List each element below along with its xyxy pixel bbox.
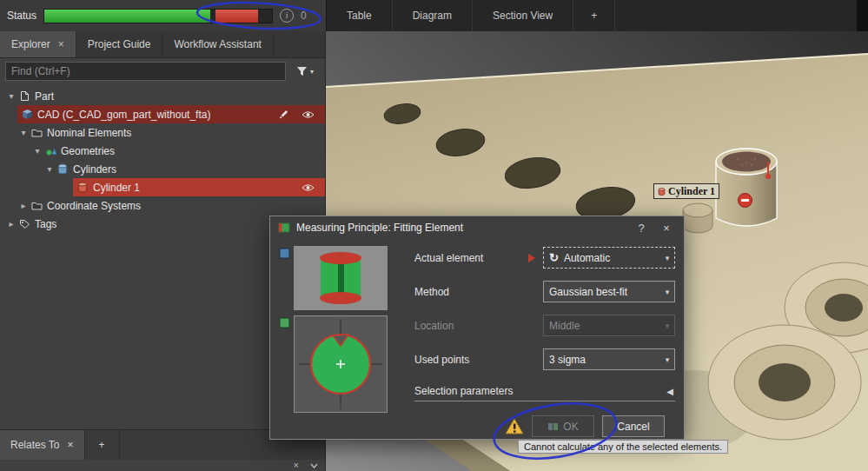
visibility-eye-icon[interactable]	[301, 110, 315, 119]
find-input[interactable]	[5, 62, 286, 81]
measuring-principle-dialog: Measuring Principle: Fitting Element ? ×	[269, 216, 685, 440]
status-progress-bar	[43, 9, 273, 23]
tree-item-label: Coordinate Systems	[47, 200, 141, 212]
tab-bar-endcap	[857, 0, 868, 31]
dialog-footer: OK Cancel	[414, 401, 675, 437]
chevron-down-icon: ▾	[660, 254, 674, 262]
collapse-chevron-icon[interactable]	[310, 463, 318, 468]
visibility-eye-icon[interactable]	[301, 183, 315, 192]
row-location: Location Middle ▾	[414, 314, 675, 337]
small-cylinder	[683, 203, 712, 233]
element-explorer-tree: ▾ Part CAD (C_CAD_gom_part_without_fta)	[0, 84, 325, 233]
expander-open-icon[interactable]: ▾	[5, 91, 17, 101]
geometries-icon	[43, 145, 57, 157]
row-actions	[301, 183, 325, 192]
chevron-down-icon: ▾	[660, 355, 674, 364]
tree-item-nominal-elements[interactable]: ▾ Nominal Elements	[0, 123, 325, 142]
tree-item-label: Cylinder 1	[93, 182, 140, 194]
used-points-dropdown[interactable]: 3 sigma ▾	[543, 348, 675, 370]
tree-item-label: Cylinders	[73, 163, 116, 176]
actual-element-icon	[279, 317, 290, 328]
tab-explorer[interactable]: Explorer ×	[0, 31, 76, 57]
tab-workflow-assistant[interactable]: Workflow Assistant	[162, 31, 273, 57]
circle-fit-preview	[294, 315, 388, 413]
red-arrow-icon	[528, 254, 535, 262]
status-area: Status i 0	[0, 0, 326, 31]
close-tab-icon[interactable]: ×	[58, 38, 64, 50]
nominal-element-icon	[279, 248, 290, 259]
tree-item-cylinder-1[interactable]: Cylinder 1	[0, 178, 325, 196]
expander-open-icon[interactable]: ▾	[17, 128, 30, 137]
tab-diagram[interactable]: Diagram	[393, 0, 473, 31]
expander-open-icon[interactable]: ▾	[43, 164, 56, 174]
tree-item-label: Geometries	[61, 145, 115, 157]
location-dropdown: Middle ▾	[543, 315, 675, 336]
folder-icon	[30, 200, 43, 212]
chevron-down-icon: ▾	[660, 322, 674, 330]
edit-pencil-icon[interactable]	[278, 109, 288, 120]
dialog-title: Measuring Principle: Fitting Element	[296, 222, 626, 234]
tag-icon	[17, 218, 31, 230]
deactivated-minus-icon[interactable]	[738, 193, 752, 208]
selection-highlight: CAD (C_CAD_gom_part_without_fta)	[17, 105, 325, 123]
row-actual-element: Actual element ↻ Automatic ▾	[414, 246, 675, 269]
close-button[interactable]: ×	[657, 222, 676, 235]
expander-closed-icon[interactable]: ▸	[5, 219, 17, 229]
tree-item-label: Part	[35, 90, 54, 103]
status-progress-red	[215, 10, 259, 23]
tree-item-geometries[interactable]: ▾ Geometries	[0, 142, 325, 160]
ok-button[interactable]: OK	[532, 415, 594, 437]
part-icon	[17, 90, 31, 103]
tree-item-cad[interactable]: CAD (C_CAD_gom_part_without_fta)	[0, 105, 325, 123]
dialog-form: Actual element ↻ Automatic ▾ Method Gaus…	[404, 246, 675, 437]
funnel-icon	[296, 66, 308, 76]
add-view-tab-button[interactable]: +	[573, 0, 615, 31]
chevron-down-icon: ▾	[310, 68, 314, 76]
cad-icon	[20, 109, 34, 121]
tab-table[interactable]: Table	[327, 0, 393, 31]
tab-relates-to[interactable]: Relates To ×	[0, 430, 85, 460]
row-used-points: Used points 3 sigma ▾	[414, 348, 675, 371]
view-tab-bar: Table Diagram Section View +	[326, 0, 868, 31]
row-method: Method Gaussian best-fit ▾	[414, 280, 675, 303]
filter-button[interactable]: ▾	[290, 66, 320, 76]
panel-bottom-controls: ×	[294, 460, 318, 471]
tree-item-label: Nominal Elements	[47, 127, 131, 139]
info-icon[interactable]: i	[280, 9, 294, 23]
refresh-icon: ↻	[549, 251, 559, 264]
top-bar: Status i 0 Table Diagram Section View +	[0, 0, 868, 31]
tab-project-guide[interactable]: Project Guide	[76, 31, 163, 57]
tree-item-label: Tags	[35, 218, 56, 230]
cylinder-fit-preview	[294, 246, 388, 310]
selection-parameters-expander[interactable]: Selection parameters ◀	[414, 381, 675, 401]
calculate-icon	[547, 421, 559, 432]
row-actions	[278, 109, 325, 120]
selection-highlight: Cylinder 1	[73, 178, 325, 196]
tree-item-cylinders[interactable]: ▾ Cylinders	[0, 160, 325, 178]
tree-item-coordinate-systems[interactable]: ▸ Coordinate Systems	[0, 196, 325, 215]
tree-item-part[interactable]: ▾ Part	[0, 87, 325, 105]
close-panel-icon[interactable]: ×	[294, 460, 299, 471]
dialog-body: Actual element ↻ Automatic ▾ Method Gaus…	[270, 239, 684, 437]
element-tag-cylinder-1[interactable]: Cylinder 1	[653, 183, 719, 199]
cylinders-icon	[56, 163, 70, 176]
principle-previews	[279, 246, 404, 437]
marker-dot	[765, 174, 771, 179]
status-progress-green	[44, 10, 210, 23]
add-bottom-tab-button[interactable]: +	[85, 430, 120, 460]
folder-icon	[30, 127, 43, 139]
warning-icon[interactable]	[505, 418, 524, 435]
actual-element-dropdown[interactable]: ↻ Automatic ▾	[543, 247, 675, 269]
expander-closed-icon[interactable]: ▸	[17, 201, 30, 210]
cancel-button[interactable]: Cancel	[602, 415, 665, 437]
close-tab-icon[interactable]: ×	[67, 439, 73, 451]
help-button[interactable]: ?	[632, 222, 651, 235]
fitting-element-icon	[278, 222, 290, 234]
method-dropdown[interactable]: Gaussian best-fit ▾	[543, 281, 675, 302]
dialog-title-bar[interactable]: Measuring Principle: Fitting Element ? ×	[270, 216, 684, 239]
info-count: 0	[301, 10, 307, 22]
status-progress-rest	[258, 10, 272, 23]
expander-open-icon[interactable]: ▾	[31, 146, 43, 156]
tab-section-view[interactable]: Section View	[473, 0, 573, 31]
selected-cylinder[interactable]	[716, 149, 777, 226]
